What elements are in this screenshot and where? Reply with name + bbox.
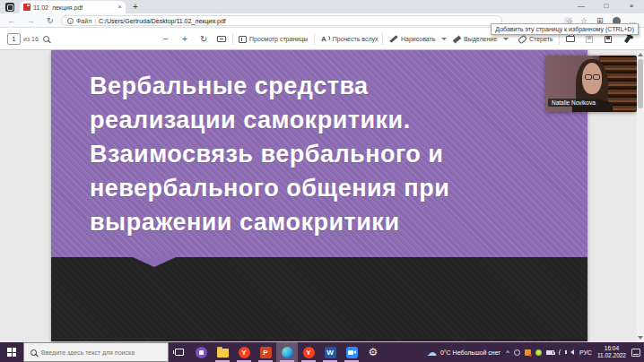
taskbar-right: ☁ 0°C Небольшой снег ^ РУС 16:04 11.02.2… [427, 345, 644, 359]
eraser-icon [518, 34, 527, 43]
person-glasses [583, 74, 600, 81]
pen-icon [389, 35, 398, 43]
weather-text: 0°C Небольшой снег [440, 349, 500, 356]
slide-title-line: невербального общения при [90, 171, 556, 205]
page-total-label: из 16 [23, 36, 39, 42]
taskbar-app-zoom[interactable] [341, 342, 362, 362]
browser-tab-active[interactable]: 11.02_лекция.pdf × [20, 1, 126, 13]
taskbar-search[interactable] [23, 342, 169, 362]
edge-browser-icon [282, 347, 293, 358]
new-tab-button[interactable]: + [133, 2, 138, 12]
slide-title-section: Вербальные средства реализации самокрити… [51, 50, 587, 257]
webcam-name-tag: Natalie Novikova [548, 99, 599, 107]
taskbar-app-yandex[interactable]: Y [233, 342, 255, 362]
scrollbar-thumb[interactable] [638, 59, 643, 108]
battery-icon[interactable] [546, 350, 554, 355]
read-aloud-label: Прочесть вслух [333, 36, 379, 42]
save-as-icon[interactable] [605, 36, 612, 43]
page-view-icon [239, 36, 247, 43]
yandex-browser-icon: Y [303, 347, 315, 358]
slide-page: Вербальные средства реализации самокрити… [51, 50, 587, 341]
forward-icon[interactable]: → [27, 15, 35, 26]
page-info-icon[interactable]: i [67, 18, 74, 24]
time-label: 16:04 [597, 345, 626, 352]
search-input[interactable] [41, 349, 158, 356]
pin-toolbar-icon[interactable] [624, 35, 631, 44]
weather-widget[interactable]: ☁ 0°C Небольшой снег [427, 347, 500, 358]
zoom-in-icon[interactable]: + [182, 34, 187, 45]
scroll-up-icon[interactable] [638, 53, 643, 56]
search-icon [30, 349, 37, 356]
fit-to-width-icon[interactable] [217, 36, 226, 42]
start-button[interactable] [0, 342, 23, 362]
yandex-browser-icon: Y [239, 347, 250, 358]
rotate-icon[interactable]: ↻ [200, 34, 207, 45]
date-label: 11.02.2022 [597, 352, 626, 359]
print-icon[interactable] [566, 36, 575, 42]
address-url: C:/Users/Gertruda/Desktop/11.02_лекция.p… [99, 18, 226, 24]
pdf-content-area: Вербальные средства реализации самокрити… [0, 50, 644, 342]
taskbar-app-word[interactable]: W [319, 342, 341, 362]
highlighter-icon [453, 35, 461, 43]
highlight-label: Выделение [464, 36, 497, 42]
tray-onedrive-icon[interactable] [525, 349, 531, 356]
back-icon[interactable]: ← [7, 15, 15, 26]
language-indicator[interactable]: РУС [579, 349, 592, 356]
clock[interactable]: 16:04 11.02.2022 [597, 345, 626, 359]
refresh-icon[interactable]: ↻ [47, 15, 54, 26]
close-button[interactable]: × [619, 0, 644, 13]
slide-title: Вербальные средства реализации самокрити… [90, 69, 556, 239]
taskbar-app-powerpoint[interactable]: P [255, 342, 276, 362]
minimize-button[interactable]: — [569, 0, 594, 13]
system-tray: ^ [506, 349, 574, 357]
file-explorer-icon [217, 349, 229, 358]
powerpoint-icon: P [260, 347, 272, 358]
window-controls: — □ × [569, 0, 644, 13]
notification-center-icon[interactable] [631, 349, 640, 357]
taskbar-app-yandex-2[interactable]: Y [298, 342, 319, 362]
browser-tab-strip: 11.02_лекция.pdf × + — □ × [0, 0, 644, 13]
task-view-button[interactable] [169, 342, 190, 362]
taskbar: Y P Y W ⚙ ☁ 0°C Небольшой [0, 342, 644, 362]
save-icon[interactable] [586, 36, 593, 43]
cloud-icon: ☁ [427, 347, 437, 358]
tab-close-icon[interactable]: × [117, 4, 122, 11]
pdf-file-icon [23, 4, 30, 11]
windows-logo-icon [7, 348, 16, 357]
page-number-input[interactable]: 1 [7, 33, 21, 45]
draw-label: Нарисовать [401, 36, 435, 42]
page-view-button[interactable]: Просмотр страницы [239, 28, 308, 50]
speaker-icon[interactable] [570, 349, 574, 355]
tab-actions-menu-icon[interactable] [5, 3, 14, 12]
slide-footer-section: аспирант Н.Д. Новикова НГЛУ им. Н.А. Доб… [51, 257, 587, 341]
address-scheme-label: Файл [76, 18, 91, 24]
taskbar-app-settings[interactable]: ⚙ [362, 342, 384, 362]
search-icon[interactable] [43, 36, 49, 42]
highlight-chevron-down-icon[interactable] [503, 38, 509, 40]
erase-label: Стереть [529, 36, 553, 42]
taskbar-app-messenger[interactable] [190, 342, 212, 362]
draw-chevron-down-icon[interactable] [441, 38, 447, 40]
page-view-label: Просмотр страницы [249, 36, 308, 42]
webcam-overlay[interactable]: Natalie Novikova [545, 56, 637, 112]
favorite-tooltip: Добавить эту страницу к избранному (CTRL… [491, 23, 639, 35]
read-aloud-icon: A [321, 35, 330, 43]
read-aloud-button[interactable]: A Прочесть вслух [321, 28, 379, 50]
tray-antivirus-icon[interactable] [535, 349, 542, 356]
taskbar-app-edge[interactable] [276, 342, 298, 362]
taskbar-app-explorer[interactable] [212, 342, 233, 362]
vertical-scrollbar[interactable] [637, 50, 644, 342]
address-input[interactable]: i Файл | C:/Users/Gertruda/Desktop/11.02… [61, 15, 502, 26]
scroll-down-icon[interactable] [638, 336, 643, 340]
address-separator: | [94, 18, 96, 24]
desktop-screen: 11.02_лекция.pdf × + — □ × ← → ↻ i Файл … [0, 0, 644, 362]
tab-title: 11.02_лекция.pdf [33, 4, 115, 11]
slide-title-line: Взаимосвязь вербального и [90, 137, 556, 171]
maximize-button[interactable]: □ [594, 0, 619, 13]
draw-button[interactable]: Нарисовать [389, 28, 447, 50]
tray-app-icon[interactable] [514, 349, 520, 356]
purple-messenger-icon [196, 347, 207, 358]
zoom-out-icon[interactable]: − [163, 34, 169, 45]
word-icon: W [325, 347, 336, 358]
tray-expand-icon[interactable]: ^ [506, 349, 509, 357]
